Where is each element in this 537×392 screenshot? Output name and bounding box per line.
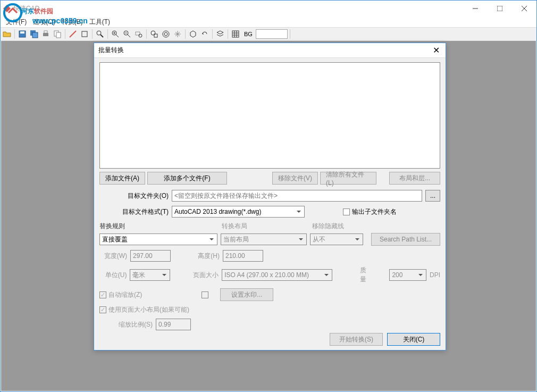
svg-point-26 [151, 31, 155, 35]
view3d-icon[interactable] [188, 29, 198, 39]
svg-rect-2 [497, 6, 502, 11]
add-multiple-button[interactable]: 添加多个文件(F) [147, 172, 227, 185]
pan-icon[interactable] [172, 29, 183, 39]
convert-layout-label: 转换布局 [222, 222, 312, 231]
watermark-checkbox [202, 291, 208, 298]
convert-layout-select: 当前布局 [221, 233, 307, 245]
zoom-extents-icon[interactable] [149, 29, 160, 39]
batch-convert-dialog: 批量转换 ✕ 添加文件(A) 添加多个文件(F) 移除文件(V) 清除所有文件(… [94, 43, 446, 351]
svg-rect-13 [56, 32, 61, 38]
remove-hidden-select: 从不 [310, 233, 363, 245]
output-subfolder-checkbox[interactable]: 输出子文件夹名 [343, 207, 397, 216]
page-size-select: ISO A4 (297.00 x 210.00 MM) [222, 269, 332, 281]
layout-layers-button[interactable]: 布局和层... [389, 172, 440, 185]
svg-point-29 [164, 32, 167, 36]
use-page-layout-checkbox: 使用页面大小布局(如果可能) [99, 305, 189, 314]
rotate-icon[interactable] [199, 29, 210, 39]
copy-icon[interactable] [52, 29, 63, 39]
print-icon[interactable] [40, 29, 51, 39]
dpi-label: DPI [430, 271, 440, 279]
checkbox-icon [99, 306, 106, 313]
quality-select: 200 [389, 269, 426, 281]
open-icon[interactable] [2, 29, 12, 39]
maximize-button[interactable] [488, 1, 512, 16]
measure-icon[interactable] [68, 29, 78, 39]
checkbox-icon [99, 291, 106, 298]
unit-label: 单位(U) [99, 271, 127, 280]
titlebar: 快捷CAD [1, 1, 536, 16]
svg-rect-11 [44, 31, 47, 33]
target-format-select[interactable]: AutoCAD 2013 drawing(*.dwg) [172, 206, 305, 218]
replace-rule-select[interactable]: 直接覆盖 [99, 233, 217, 245]
remove-file-button[interactable]: 移除文件(V) [272, 172, 318, 185]
watermark-logo [2, 2, 23, 25]
svg-line-23 [128, 35, 130, 37]
quality-label: 质量 [360, 266, 373, 284]
width-label: 宽度(W) [99, 252, 127, 261]
toolbar: BG [1, 27, 536, 41]
remove-hidden-label: 移除隐藏线 [312, 222, 344, 231]
menubar: 文件(F) 选项(O) 转换(B) 工具(T) [1, 16, 536, 27]
svg-rect-30 [232, 31, 239, 37]
start-convert-button[interactable]: 开始转换(S) [330, 333, 383, 346]
menu-options[interactable]: 选项(O) [30, 16, 58, 27]
checkbox-icon [343, 208, 350, 215]
bg-color-input[interactable] [256, 29, 288, 39]
layers-icon[interactable] [215, 29, 225, 39]
grid-icon[interactable] [230, 29, 241, 39]
dialog-close-button[interactable]: ✕ [431, 45, 441, 56]
search-path-button[interactable]: Search Path List... [371, 233, 440, 246]
clear-all-button[interactable]: 清除所有文件(L) [320, 172, 376, 185]
watermark-button: 设置水印... [220, 288, 273, 301]
close-button[interactable] [512, 1, 536, 16]
bg-label: BG [242, 31, 255, 37]
auto-scale-checkbox: 自动缩放(Z) [99, 290, 142, 299]
target-folder-label: 目标文件夹(O) [99, 191, 169, 201]
svg-point-15 [97, 31, 101, 35]
dialog-title: 批量转换 [98, 46, 124, 55]
height-label: 高度(H) [193, 252, 220, 261]
svg-point-25 [139, 34, 142, 37]
menu-tools[interactable]: 工具(T) [86, 16, 113, 27]
svg-line-20 [116, 35, 119, 37]
unit-select: 毫米 [130, 269, 170, 281]
height-input [223, 250, 263, 262]
replace-rule-label: 替换规则 [99, 222, 222, 231]
minimize-button[interactable] [463, 1, 488, 16]
browse-button[interactable]: ... [425, 190, 440, 202]
page-size-label: 页面大小 [192, 271, 219, 280]
zoom-window-icon[interactable] [133, 29, 144, 39]
scale-ratio-label: 缩放比例(S) [99, 320, 153, 329]
find-icon[interactable] [95, 29, 105, 39]
file-list[interactable] [99, 62, 440, 169]
save-multi-icon[interactable] [29, 29, 39, 39]
svg-rect-9 [32, 32, 38, 38]
svg-rect-10 [43, 33, 48, 36]
close-dialog-button[interactable]: 关闭(C) [387, 333, 440, 346]
scale-ratio-input [156, 319, 191, 330]
width-input [130, 250, 171, 262]
area-icon[interactable] [79, 29, 90, 39]
svg-rect-7 [20, 31, 24, 34]
svg-rect-14 [82, 31, 87, 37]
menu-convert[interactable]: 转换(B) [58, 16, 86, 27]
dialog-titlebar: 批量转换 ✕ [94, 43, 446, 58]
zoom-all-icon[interactable] [161, 29, 171, 39]
zoom-out-icon[interactable] [122, 29, 132, 39]
svg-line-16 [100, 35, 103, 37]
target-folder-input[interactable] [172, 190, 422, 202]
svg-point-5 [4, 4, 21, 21]
add-file-button[interactable]: 添加文件(A) [99, 172, 145, 185]
save-icon[interactable] [17, 29, 28, 39]
target-format-label: 目标文件格式(T) [99, 207, 169, 216]
svg-point-28 [163, 31, 169, 37]
zoom-in-icon[interactable] [110, 29, 121, 39]
